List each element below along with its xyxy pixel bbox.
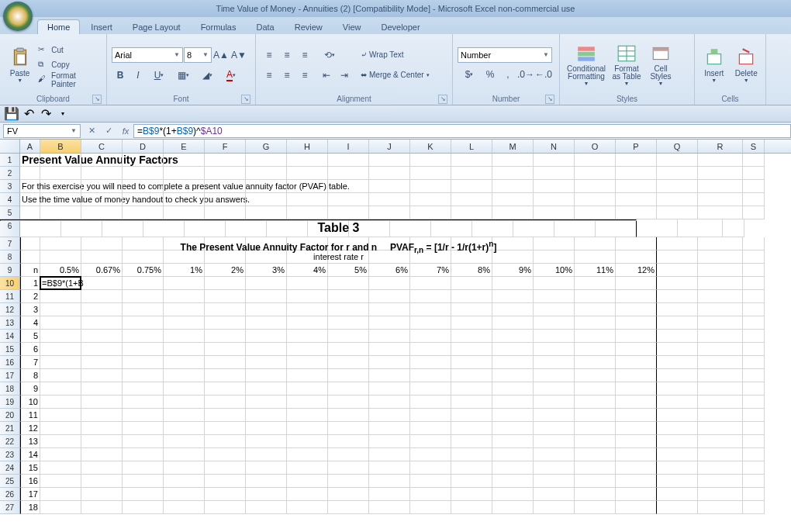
cell[interactable] — [123, 290, 164, 303]
cell[interactable] — [328, 396, 369, 409]
cell[interactable] — [657, 277, 698, 290]
cell[interactable] — [451, 316, 492, 330]
cell[interactable] — [410, 461, 451, 475]
cell[interactable] — [451, 475, 492, 488]
cell[interactable] — [743, 330, 765, 343]
tab-page-layout[interactable]: Page Layout — [123, 20, 190, 34]
grow-font-button[interactable]: A▲ — [212, 47, 230, 64]
cell[interactable] — [164, 277, 205, 290]
tab-developer[interactable]: Developer — [371, 20, 429, 34]
cell[interactable] — [451, 277, 492, 290]
font-dialog-launcher[interactable]: ↘ — [241, 95, 250, 104]
cell[interactable] — [81, 448, 123, 461]
cell[interactable] — [287, 303, 328, 316]
cell[interactable] — [410, 435, 451, 448]
cell[interactable] — [743, 193, 765, 206]
cell[interactable] — [205, 461, 246, 475]
name-box[interactable]: FV▼ — [3, 124, 81, 138]
cell[interactable] — [81, 475, 123, 488]
cell[interactable] — [40, 343, 81, 356]
row-header-4[interactable]: 4 — [0, 193, 20, 206]
cell[interactable] — [698, 330, 743, 343]
cell[interactable] — [492, 488, 534, 501]
cell[interactable]: 11 — [20, 409, 40, 422]
row-header-10[interactable]: 10 — [0, 277, 20, 290]
cell[interactable] — [410, 193, 451, 206]
cell[interactable] — [451, 180, 492, 193]
bold-button[interactable]: B — [112, 67, 129, 84]
cell[interactable] — [205, 501, 246, 514]
cell[interactable] — [328, 303, 369, 316]
cell[interactable] — [575, 435, 616, 448]
cell[interactable]: 3% — [246, 264, 287, 277]
cell[interactable] — [451, 369, 492, 382]
shrink-font-button[interactable]: A▼ — [230, 47, 247, 64]
cell[interactable] — [575, 303, 616, 316]
cell[interactable] — [534, 167, 575, 180]
cell[interactable] — [164, 356, 205, 369]
cell[interactable] — [534, 290, 575, 303]
font-color-button[interactable]: A▾ — [219, 67, 243, 84]
cell[interactable]: =B$9*(1+B — [40, 277, 81, 290]
cell[interactable] — [328, 422, 369, 435]
cell[interactable] — [698, 237, 743, 250]
row-header-1[interactable]: 1 — [0, 154, 20, 167]
cell[interactable] — [616, 193, 657, 206]
cell[interactable] — [492, 422, 534, 435]
cell[interactable] — [205, 356, 246, 369]
cell[interactable] — [164, 488, 205, 501]
cell[interactable] — [534, 154, 575, 167]
select-all-corner[interactable] — [0, 140, 20, 153]
cell[interactable] — [123, 396, 164, 409]
cell[interactable] — [410, 475, 451, 488]
cell[interactable] — [287, 409, 328, 422]
cell[interactable] — [723, 219, 744, 237]
row-header-23[interactable]: 23 — [0, 448, 20, 461]
alignment-dialog-launcher[interactable]: ↘ — [438, 95, 447, 104]
cell[interactable] — [657, 290, 698, 303]
cell[interactable] — [81, 167, 123, 180]
underline-button[interactable]: U ▾ — [147, 67, 171, 84]
cell[interactable] — [205, 448, 246, 461]
fill-color-button[interactable]: ◢▾ — [195, 67, 219, 84]
row-header-25[interactable]: 25 — [0, 475, 20, 488]
cell[interactable] — [369, 206, 410, 219]
cell[interactable]: For this exercise you will need to compl… — [20, 180, 40, 193]
row-header-11[interactable]: 11 — [0, 290, 20, 303]
cell[interactable] — [81, 330, 123, 343]
cell[interactable] — [369, 330, 410, 343]
cell[interactable] — [616, 277, 657, 290]
cell[interactable] — [81, 154, 123, 167]
cell[interactable] — [81, 369, 123, 382]
cell[interactable]: 15 — [20, 461, 40, 475]
cell[interactable] — [369, 154, 410, 167]
col-header-C[interactable]: C — [81, 140, 123, 153]
cell[interactable] — [410, 290, 451, 303]
cell[interactable]: 12% — [616, 264, 657, 277]
cell[interactable] — [678, 219, 723, 237]
cell[interactable]: 10 — [20, 396, 40, 409]
cell[interactable] — [328, 343, 369, 356]
cell[interactable] — [410, 488, 451, 501]
office-button[interactable] — [3, 2, 33, 31]
col-header-S[interactable]: S — [743, 140, 765, 153]
cell[interactable] — [657, 154, 698, 167]
cell[interactable] — [246, 382, 287, 396]
cell[interactable] — [534, 206, 575, 219]
cell[interactable] — [246, 356, 287, 369]
cell[interactable] — [451, 356, 492, 369]
tab-data[interactable]: Data — [247, 20, 283, 34]
cell[interactable] — [410, 167, 451, 180]
cell[interactable] — [287, 343, 328, 356]
cell[interactable] — [657, 264, 698, 277]
insert-function-button[interactable]: fx — [118, 124, 133, 138]
cell[interactable] — [369, 422, 410, 435]
cell[interactable] — [369, 303, 410, 316]
cell[interactable] — [657, 356, 698, 369]
cell[interactable] — [328, 290, 369, 303]
cell[interactable]: 7% — [410, 264, 451, 277]
cell[interactable] — [616, 488, 657, 501]
cell[interactable] — [410, 382, 451, 396]
font-name-combo[interactable]: Arial▼ — [112, 47, 183, 63]
cut-button[interactable]: ✂Cut — [38, 43, 102, 57]
